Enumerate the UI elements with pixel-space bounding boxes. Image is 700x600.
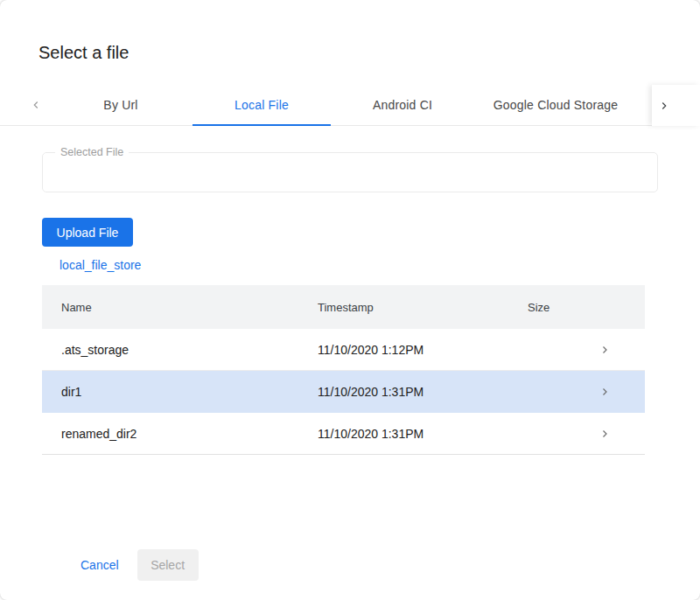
tab-local-file[interactable]: Local File bbox=[191, 85, 332, 125]
column-header-size: Size bbox=[528, 301, 645, 314]
cell-timestamp: 11/10/2020 1:31PM bbox=[318, 427, 528, 441]
selected-file-field: Selected File bbox=[42, 152, 658, 192]
tab-label: Android CI bbox=[373, 98, 432, 112]
cell-name: renamed_dir2 bbox=[61, 427, 318, 441]
selected-file-label: Selected File bbox=[55, 146, 129, 158]
column-header-name: Name bbox=[61, 301, 318, 314]
chevron-right-icon bbox=[599, 387, 610, 397]
tabs-scroll-left-button[interactable] bbox=[0, 85, 51, 125]
tabs: By Url Local File Android CI Google Clou… bbox=[51, 85, 639, 125]
chevron-right-icon bbox=[599, 345, 610, 355]
tab-label: Google Cloud Storage bbox=[494, 98, 619, 112]
table-row[interactable]: .ats_storage 11/10/2020 1:12PM bbox=[42, 329, 645, 371]
tab-label: Local File bbox=[234, 98, 289, 112]
table-header-row: Name Timestamp Size bbox=[42, 285, 645, 329]
cancel-button[interactable]: Cancel bbox=[80, 558, 119, 572]
column-header-timestamp: Timestamp bbox=[318, 301, 528, 314]
local-file-store-link[interactable]: local_file_store bbox=[60, 258, 141, 272]
tab-android-ci[interactable]: Android CI bbox=[332, 85, 472, 125]
chevron-right-icon bbox=[658, 100, 670, 112]
file-table: Name Timestamp Size .ats_storage 11/10/2… bbox=[42, 285, 645, 455]
dialog-footer: Cancel Select bbox=[80, 549, 658, 581]
selected-file-input[interactable] bbox=[43, 153, 657, 192]
upload-file-button[interactable]: Upload File bbox=[42, 218, 133, 247]
cell-name: dir1 bbox=[61, 385, 318, 399]
select-file-dialog: Select a file By Url Local File Android … bbox=[0, 0, 700, 600]
local-file-panel: Selected File Upload File local_file_sto… bbox=[0, 152, 700, 581]
page-title: Select a file bbox=[38, 42, 700, 63]
cell-timestamp: 11/10/2020 1:12PM bbox=[318, 343, 528, 357]
cell-name: .ats_storage bbox=[61, 343, 318, 357]
tab-google-cloud-storage[interactable]: Google Cloud Storage bbox=[472, 85, 639, 125]
tab-by-url[interactable]: By Url bbox=[51, 85, 191, 125]
table-row[interactable]: dir1 11/10/2020 1:31PM bbox=[42, 371, 645, 413]
chevron-right-icon bbox=[599, 429, 610, 439]
select-button[interactable]: Select bbox=[137, 549, 199, 581]
tab-bar: By Url Local File Android CI Google Clou… bbox=[0, 85, 700, 126]
chevron-left-icon bbox=[30, 99, 42, 111]
cell-timestamp: 11/10/2020 1:31PM bbox=[318, 385, 528, 399]
tabs-scroll-right-button[interactable] bbox=[652, 85, 700, 126]
tab-label: By Url bbox=[103, 98, 137, 112]
table-row[interactable]: renamed_dir2 11/10/2020 1:31PM bbox=[42, 413, 645, 455]
